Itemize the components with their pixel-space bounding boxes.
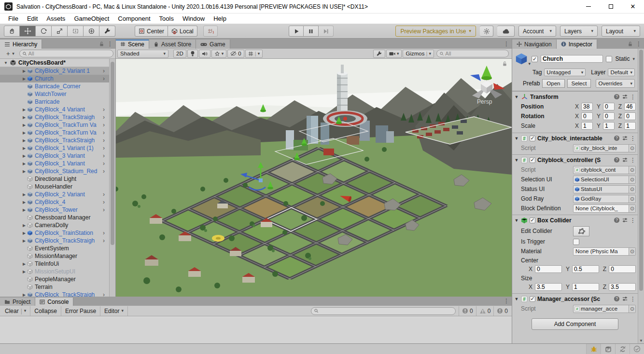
script-object-field[interactable]: # cityblock_cont ⊙ (573, 166, 636, 174)
expand-arrow-icon[interactable]: ▶ (21, 115, 27, 120)
presets-icon[interactable] (622, 94, 628, 100)
static-checkbox[interactable] (606, 56, 612, 62)
cache-server-icon[interactable] (601, 344, 615, 354)
hierarchy-search[interactable] (19, 50, 113, 57)
prefab-expand-arrow-icon[interactable]: › (103, 130, 108, 136)
prefab-expand-arrow-icon[interactable]: › (103, 137, 108, 143)
controller-component-header[interactable]: ▼ # ✓ Cityblock_controller (S ? ⋮ (512, 154, 638, 165)
view-lock-icon[interactable] (502, 61, 507, 67)
hierarchy-item[interactable]: Barricade (0, 98, 115, 106)
account-dropdown[interactable]: Account▾ (518, 26, 556, 37)
scale-y-field[interactable] (603, 122, 615, 130)
pivot-mode-button[interactable]: Center (135, 26, 168, 37)
hierarchy-item[interactable]: EventSystem (0, 245, 115, 252)
size-x-field[interactable] (535, 283, 562, 291)
status-ui-field[interactable]: StatusUI ⊙ (573, 185, 636, 193)
pause-button[interactable] (304, 26, 319, 37)
audio-toggle-button[interactable] (199, 50, 210, 58)
minimize-button[interactable] (577, 0, 600, 14)
rotation-y-field[interactable] (603, 112, 615, 120)
hierarchy-item[interactable]: ▶CityBlock_3 Variant› (0, 152, 115, 160)
hand-tool-button[interactable] (4, 26, 20, 37)
static-dropdown-icon[interactable]: ▾ (632, 57, 635, 61)
menu-item-assets[interactable]: Assets (42, 14, 70, 24)
help-icon[interactable]: ? (614, 94, 620, 100)
layout-dropdown[interactable]: Layout▾ (602, 26, 640, 37)
hierarchy-item[interactable]: ▶CityBlock_TrackTurn Va› (0, 129, 115, 136)
prefab-select-button[interactable]: Select (567, 79, 591, 88)
presets-icon[interactable] (622, 217, 628, 223)
create-object-button[interactable]: ＋▾ (2, 50, 17, 57)
prefab-expand-arrow-icon[interactable]: › (103, 292, 108, 297)
is-trigger-checkbox[interactable] (573, 239, 579, 245)
prefab-expand-arrow-icon[interactable]: › (103, 145, 108, 151)
hierarchy-tab[interactable]: Hierarchy (0, 40, 42, 49)
expand-arrow-icon[interactable]: ▶ (21, 192, 27, 197)
script-object-field[interactable]: # city_block_inte ⊙ (573, 144, 636, 152)
hierarchy-item[interactable]: ▶MissionSetupUI (0, 268, 115, 275)
script-object-field[interactable]: # manager_acce ⊙ (573, 305, 636, 313)
2d-toggle-button[interactable]: 2D (173, 50, 186, 58)
layers-dropdown[interactable]: Layers▾ (560, 26, 598, 37)
console-tab[interactable]: Console (35, 298, 73, 306)
scene-tools-icon[interactable] (373, 50, 385, 58)
custom-tool-button[interactable] (99, 26, 115, 37)
progress-check-icon[interactable] (630, 344, 644, 354)
help-icon[interactable]: ? (614, 157, 620, 163)
foldout-icon[interactable]: ▼ (514, 95, 519, 99)
expand-arrow-icon[interactable]: ▶ (21, 123, 27, 127)
prefab-expand-arrow-icon[interactable]: › (103, 191, 108, 197)
prefab-expand-arrow-icon[interactable]: › (103, 238, 108, 244)
menu-item-edit[interactable]: Edit (23, 14, 42, 24)
expand-arrow-icon[interactable]: ▶ (21, 169, 27, 174)
prefab-expand-arrow-icon[interactable]: › (103, 199, 108, 205)
component-menu-icon[interactable]: ⋮ (630, 296, 636, 302)
menu-item-gameobject[interactable]: GameObject (70, 14, 113, 24)
expand-arrow-icon[interactable]: ▶ (21, 154, 27, 158)
hierarchy-item[interactable]: ▶CityBlock_TrackStraigh› (0, 291, 115, 297)
progress-activity-icon[interactable] (480, 26, 493, 37)
grid-visibility-dropdown[interactable]: |▾ (245, 50, 263, 58)
size-y-field[interactable] (572, 283, 599, 291)
component-menu-icon[interactable]: ⋮ (630, 217, 636, 224)
hierarchy-search-input[interactable] (28, 51, 110, 56)
hierarchy-item[interactable]: ▶CityBlock_TrackTurn Va› (0, 121, 115, 129)
size-z-field[interactable] (609, 283, 636, 291)
hierarchy-item[interactable]: ▶CityBlock_Stadium_Red› (0, 167, 115, 175)
position-y-field[interactable] (603, 103, 615, 110)
persp-label[interactable]: Persp (477, 98, 492, 105)
expand-arrow-icon[interactable]: ▶ (21, 262, 27, 266)
hierarchy-menu-icon[interactable]: ⋮ (107, 41, 113, 47)
preview-packages-button[interactable]: Preview Packages in Use▾ (395, 26, 476, 37)
scene-tab[interactable]: Scene (116, 40, 149, 49)
hierarchy-item[interactable]: ▶Church› (0, 75, 115, 82)
presets-icon[interactable] (622, 296, 628, 302)
object-picker-icon[interactable]: ⊙ (629, 195, 635, 203)
position-z-field[interactable] (624, 103, 636, 110)
component-enabled-checkbox[interactable]: ✓ (530, 218, 535, 223)
component-enabled-checkbox[interactable]: ✓ (530, 136, 535, 141)
expand-arrow-icon[interactable]: ▶ (21, 162, 27, 166)
gameobject-name-field[interactable] (541, 55, 603, 63)
hierarchy-item[interactable]: Terrain (0, 283, 115, 291)
hierarchy-item[interactable]: MouseHandler (0, 183, 115, 191)
expand-arrow-icon[interactable]: ▶ (21, 69, 27, 73)
hierarchy-item[interactable]: Chessboard Manager (0, 214, 115, 221)
material-field[interactable]: None (Physic Ma ⊙ (573, 247, 636, 256)
clear-button[interactable]: Clear|▾ (1, 306, 30, 316)
edit-collider-button[interactable] (573, 226, 589, 236)
asset-store-tab[interactable]: Asset Store (149, 40, 196, 49)
selection-ui-field[interactable]: SelectionUI ⊙ (573, 176, 636, 184)
expand-arrow-icon[interactable]: ▶ (21, 223, 27, 228)
hierarchy-item[interactable]: ▶CityBlock_2 Variant› (0, 191, 115, 198)
scene-viewport[interactable]: Persp (116, 59, 512, 297)
scene-menu-icon[interactable]: ⋮ (504, 41, 509, 47)
hierarchy-item[interactable]: WatchTower (0, 90, 115, 98)
lock-icon[interactable] (628, 41, 633, 47)
center-y-field[interactable] (572, 265, 599, 273)
gameobject-cube-icon[interactable]: ▾ (514, 52, 529, 66)
box-collider-header[interactable]: ▼ ✓ Box Collider ? ⋮ (512, 215, 638, 225)
console-log-area[interactable] (0, 316, 512, 343)
expand-arrow-icon[interactable]: ▶ (21, 131, 27, 135)
collab-refresh-icon[interactable] (615, 344, 630, 354)
